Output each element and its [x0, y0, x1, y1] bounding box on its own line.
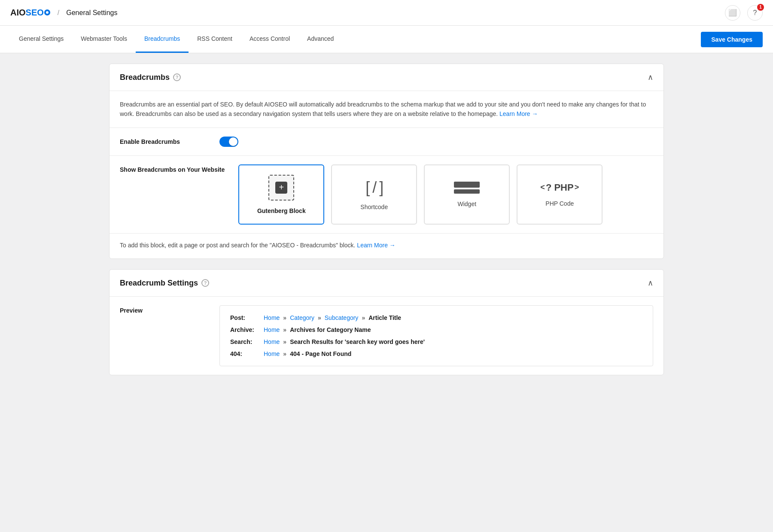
show-breadcrumbs-row: Show Breadcrumbs on Your Website + Guten… [110, 156, 663, 234]
breadcrumb-settings-collapse-icon[interactable]: ∧ [648, 278, 653, 288]
php-code-icon: < ? PHP > [540, 182, 579, 193]
gutenberg-block-icon: + [268, 175, 294, 201]
display-option-php-label: PHP Code [545, 200, 574, 207]
breadcrumbs-card-header-left: Breadcrumbs ? [120, 73, 181, 82]
breadcrumb-settings-header: Breadcrumb Settings ? ∧ [110, 270, 663, 297]
collapse-icon[interactable]: ∧ [648, 73, 653, 82]
enable-breadcrumbs-label: Enable Breadcrumbs [120, 137, 206, 145]
preview-home-search[interactable]: Home [264, 338, 280, 345]
tab-webmaster-tools[interactable]: Webmaster Tools [72, 26, 136, 53]
save-changes-button[interactable]: Save Changes [701, 32, 763, 47]
help-icon: ? [753, 9, 757, 17]
preview-home-post[interactable]: Home [264, 314, 280, 321]
enable-breadcrumbs-row: Enable Breadcrumbs [110, 128, 663, 156]
preview-category[interactable]: Category [290, 314, 314, 321]
breadcrumbs-title: Breadcrumbs [120, 73, 170, 82]
top-bar: AIOSEO / General Settings ⬜ ? 1 [0, 0, 773, 26]
tab-breadcrumbs[interactable]: Breadcrumbs [136, 26, 189, 53]
widget-bar-bottom [454, 189, 480, 194]
breadcrumbs-help-icon[interactable]: ? [173, 73, 181, 81]
breadcrumb-settings-help-icon[interactable]: ? [201, 279, 209, 287]
tab-general-settings[interactable]: General Settings [10, 26, 72, 53]
preview-label: Preview [120, 305, 206, 314]
breadcrumbs-card-header: Breadcrumbs ? ∧ [110, 64, 663, 91]
widget-bar-top [454, 182, 480, 188]
preview-row-archive: Archive: Home » Archives for Category Na… [230, 326, 642, 333]
block-hint-text: To add this block, edit a page or post a… [120, 242, 355, 249]
display-option-shortcode-label: Shortcode [360, 204, 388, 210]
preview-sep-3: » [362, 314, 365, 321]
display-option-shortcode[interactable]: [ / ] Shortcode [331, 164, 417, 225]
top-bar-left: AIOSEO / General Settings [10, 8, 117, 18]
preview-key-search: Search: [230, 338, 260, 345]
help-button[interactable]: ? 1 [747, 5, 763, 21]
logo: AIOSEO [10, 8, 51, 18]
block-learn-more-link[interactable]: Learn More → [357, 242, 395, 249]
preview-home-404[interactable]: Home [264, 350, 280, 357]
nav-bar: General Settings Webmaster Tools Breadcr… [0, 26, 773, 53]
preview-key-post: Post: [230, 314, 260, 321]
preview-section: Preview Post: Home » Category » Subcateg… [110, 297, 663, 375]
logo-aio: AIO [10, 8, 26, 17]
monitor-icon: ⬜ [728, 9, 737, 17]
logo-dot [44, 9, 50, 15]
preview-box: Post: Home » Category » Subcategory » Ar… [219, 305, 653, 366]
display-option-php[interactable]: < ? PHP > PHP Code [517, 164, 603, 225]
preview-key-archive: Archive: [230, 326, 260, 333]
preview-subcategory[interactable]: Subcategory [325, 314, 359, 321]
display-option-gutenberg-label: Gutenberg Block [257, 207, 306, 214]
preview-404-text: 404 - Page Not Found [290, 350, 351, 357]
preview-row-404: 404: Home » 404 - Page Not Found [230, 350, 642, 357]
page-title: General Settings [66, 9, 117, 17]
block-hint: To add this block, edit a page or post a… [110, 234, 663, 258]
tab-access-control[interactable]: Access Control [241, 26, 298, 53]
breadcrumbs-info: Breadcrumbs are an essential part of SEO… [110, 91, 663, 128]
top-bar-right: ⬜ ? 1 [725, 5, 763, 21]
display-option-gutenberg[interactable]: + Gutenberg Block [238, 164, 324, 225]
preview-sep-6: » [283, 350, 286, 357]
left-chevron-icon: < [540, 183, 545, 192]
breadcrumb-settings-card: Breadcrumb Settings ? ∧ Preview Post: Ho… [109, 269, 664, 375]
gutenberg-plus-icon: + [275, 182, 287, 194]
tab-advanced[interactable]: Advanced [298, 26, 342, 53]
preview-row-search: Search: Home » Search Results for 'searc… [230, 338, 642, 345]
enable-breadcrumbs-toggle[interactable] [219, 137, 238, 147]
breadcrumb-sep: / [58, 9, 59, 17]
php-text: ? PHP [546, 182, 574, 193]
display-option-widget[interactable]: Widget [424, 164, 510, 225]
notification-badge: 1 [757, 4, 764, 11]
breadcrumb-settings-title: Breadcrumb Settings [120, 279, 198, 288]
preview-sep-2: » [318, 314, 321, 321]
tab-rss-content[interactable]: RSS Content [189, 26, 241, 53]
breadcrumbs-info-text: Breadcrumbs are an essential part of SEO… [120, 101, 646, 117]
right-chevron-icon: > [575, 183, 579, 192]
preview-article-title: Article Title [368, 314, 401, 321]
preview-archive-text: Archives for Category Name [290, 326, 371, 333]
preview-search-text: Search Results for 'search key word goes… [290, 338, 425, 345]
preview-home-archive[interactable]: Home [264, 326, 280, 333]
preview-sep-4: » [283, 326, 286, 333]
display-option-widget-label: Widget [457, 201, 476, 207]
breadcrumbs-learn-more-link[interactable]: Learn More → [499, 110, 538, 117]
widget-icon [454, 182, 480, 194]
enable-breadcrumbs-toggle-wrap [219, 137, 238, 147]
display-options: + Gutenberg Block [ / ] Shortcode Widget [238, 164, 603, 225]
preview-row-post: Post: Home » Category » Subcategory » Ar… [230, 314, 642, 321]
breadcrumbs-card: Breadcrumbs ? ∧ Breadcrumbs are an essen… [109, 64, 664, 259]
preview-sep-1: » [283, 314, 286, 321]
monitor-button[interactable]: ⬜ [725, 5, 740, 21]
main-content: Breadcrumbs ? ∧ Breadcrumbs are an essen… [99, 53, 674, 396]
preview-key-404: 404: [230, 350, 260, 357]
logo-seo: SEO [26, 8, 44, 17]
shortcode-icon: [ / ] [365, 179, 383, 197]
show-breadcrumbs-label: Show Breadcrumbs on Your Website [120, 164, 225, 173]
preview-sep-5: » [283, 338, 286, 345]
nav-tabs: General Settings Webmaster Tools Breadcr… [10, 26, 342, 53]
breadcrumb-settings-header-left: Breadcrumb Settings ? [120, 279, 209, 288]
